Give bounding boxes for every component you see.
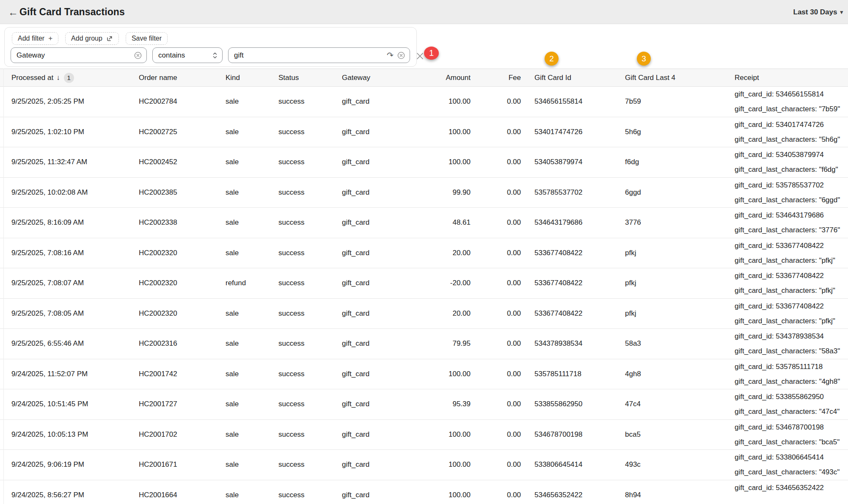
cell-gift-card-id: 534678700198 bbox=[521, 430, 625, 439]
cell-gift-card-id: 535785537702 bbox=[521, 188, 625, 197]
receipt-line-1: gift_card_id: 534656155814 bbox=[735, 87, 848, 102]
cell-status: success bbox=[278, 188, 342, 197]
table-row[interactable]: 9/24/2025, 11:52:07 PM HC2001742 sale su… bbox=[0, 359, 848, 390]
cell-fee: 0.00 bbox=[471, 128, 521, 136]
clear-field-circle-x-icon[interactable] bbox=[134, 48, 142, 63]
cell-fee: 0.00 bbox=[471, 218, 521, 227]
cell-processed-at: 9/24/2025, 10:05:13 PM bbox=[0, 430, 139, 439]
cell-status: success bbox=[278, 339, 342, 348]
table-row[interactable]: 9/25/2025, 6:55:46 AM HC2002316 sale suc… bbox=[0, 329, 848, 359]
table-row[interactable]: 9/25/2025, 7:08:16 AM HC2002320 sale suc… bbox=[0, 238, 848, 269]
cell-order-name: HC2002320 bbox=[139, 249, 226, 257]
cell-amount: 100.00 bbox=[407, 97, 471, 106]
cell-amount: 99.90 bbox=[407, 188, 471, 197]
column-header-gateway[interactable]: Gateway bbox=[342, 74, 407, 82]
cell-status: success bbox=[278, 279, 342, 287]
cell-receipt: gift_card_id: 533806645414 gift_card_las… bbox=[735, 450, 848, 479]
cell-kind: sale bbox=[226, 309, 278, 318]
filter-value-input[interactable] bbox=[229, 48, 410, 63]
cell-receipt: gift_card_id: 534053879974 gift_card_las… bbox=[735, 147, 848, 177]
save-filter-button[interactable]: Save filter bbox=[126, 32, 168, 45]
table-row[interactable]: 9/24/2025, 10:05:13 PM HC2001702 sale su… bbox=[0, 420, 848, 450]
cell-kind: sale bbox=[226, 430, 278, 439]
table-row[interactable]: 9/24/2025, 9:06:19 PM HC2001671 sale suc… bbox=[0, 450, 848, 480]
column-header-status[interactable]: Status bbox=[278, 74, 342, 82]
cell-receipt: gift_card_id: 534017474726 gift_card_las… bbox=[735, 117, 848, 147]
save-filter-label: Save filter bbox=[132, 35, 162, 42]
column-header-processed-at[interactable]: Processed at ↓ 1 bbox=[0, 73, 139, 83]
cell-kind: sale bbox=[226, 400, 278, 408]
cell-gift-card-id: 534378938534 bbox=[521, 339, 625, 348]
add-group-button[interactable]: Add group bbox=[65, 32, 119, 45]
close-x-icon bbox=[416, 52, 424, 61]
cell-gateway: gift_card bbox=[342, 158, 407, 166]
cell-gift-card-id: 533677408422 bbox=[521, 279, 625, 287]
cell-status: success bbox=[278, 430, 342, 439]
receipt-line-2: gift_card_last_characters: "pfkj" bbox=[735, 283, 848, 298]
cell-receipt: gift_card_id: 534378938534 gift_card_las… bbox=[735, 329, 848, 358]
cell-fee: 0.00 bbox=[471, 339, 521, 348]
cell-gift-card-last4: 58a3 bbox=[625, 339, 735, 348]
cell-gift-card-last4: pfkj bbox=[625, 279, 735, 287]
sort-descending-icon: ↓ bbox=[56, 74, 60, 82]
table-row[interactable]: 9/25/2025, 2:05:25 PM HC2002784 sale suc… bbox=[0, 87, 848, 117]
column-header-receipt[interactable]: Receipt bbox=[735, 74, 848, 82]
filter-field-input[interactable] bbox=[11, 48, 146, 63]
cell-fee: 0.00 bbox=[471, 309, 521, 318]
cell-status: success bbox=[278, 97, 342, 106]
cell-order-name: HC2002338 bbox=[139, 218, 226, 227]
column-header-gift-card-id[interactable]: Gift Card Id bbox=[521, 74, 625, 82]
column-header-gift-card-last4[interactable]: Gift Card Last 4 bbox=[625, 74, 735, 82]
redo-arrow-icon[interactable]: ↷ bbox=[387, 48, 394, 63]
cell-gift-card-id: 534643179686 bbox=[521, 218, 625, 227]
table-row[interactable]: 9/25/2025, 1:02:10 PM HC2002725 sale suc… bbox=[0, 117, 848, 148]
cell-amount: 100.00 bbox=[407, 491, 471, 499]
page-title: Gift Card Transactions bbox=[19, 0, 125, 24]
filter-panel: Add filter + Add group Save filter co bbox=[4, 27, 417, 67]
table-row[interactable]: 9/24/2025, 10:51:45 PM HC2001727 sale su… bbox=[0, 389, 848, 420]
cell-gateway: gift_card bbox=[342, 460, 407, 469]
column-header-kind[interactable]: Kind bbox=[226, 74, 278, 82]
receipt-line-1: gift_card_id: 533677408422 bbox=[735, 299, 848, 314]
table-row[interactable]: 9/25/2025, 7:08:05 AM HC2002320 sale suc… bbox=[0, 299, 848, 329]
cell-processed-at: 9/25/2025, 6:55:46 AM bbox=[0, 339, 139, 348]
cell-fee: 0.00 bbox=[471, 249, 521, 257]
column-header-amount[interactable]: Amount bbox=[407, 74, 471, 82]
cell-gift-card-id: 534656352422 bbox=[521, 491, 625, 499]
cell-gateway: gift_card bbox=[342, 279, 407, 287]
table-row[interactable]: 9/25/2025, 10:02:08 AM HC2002385 sale su… bbox=[0, 178, 848, 208]
cell-processed-at: 9/25/2025, 7:08:07 AM bbox=[0, 279, 139, 287]
receipt-line-1: gift_card_id: 535785537702 bbox=[735, 178, 848, 193]
column-header-fee[interactable]: Fee bbox=[471, 74, 521, 82]
column-header-order-name[interactable]: Order name bbox=[139, 74, 226, 82]
back-arrow-icon: ← bbox=[8, 6, 18, 18]
cell-receipt: gift_card_id: 533677408422 gift_card_las… bbox=[735, 238, 848, 268]
cell-processed-at: 9/24/2025, 8:56:27 PM bbox=[0, 491, 139, 499]
cell-receipt: gift_card_id: 534643179686 gift_card_las… bbox=[735, 208, 848, 237]
table-row[interactable]: 9/25/2025, 8:16:09 AM HC2002338 sale suc… bbox=[0, 208, 848, 238]
clear-value-circle-x-icon[interactable] bbox=[397, 48, 405, 63]
table-row[interactable]: 9/25/2025, 7:08:07 AM HC2002320 refund s… bbox=[0, 268, 848, 299]
remove-filter-button[interactable] bbox=[414, 50, 425, 61]
cell-amount: 100.00 bbox=[407, 370, 471, 378]
table-row[interactable]: 9/24/2025, 8:56:27 PM HC2001664 sale suc… bbox=[0, 480, 848, 504]
cell-amount: -20.00 bbox=[407, 279, 471, 287]
filter-operator-select[interactable]: contains bbox=[152, 47, 223, 63]
cell-gift-card-id: 533855862950 bbox=[521, 400, 625, 408]
cell-gift-card-id: 533677408422 bbox=[521, 249, 625, 257]
table-row[interactable]: 9/25/2025, 11:32:47 AM HC2002452 sale su… bbox=[0, 147, 848, 178]
date-range-selector[interactable]: Last 30 Days ▾ bbox=[793, 0, 843, 24]
filter-condition-row: contains ↷ bbox=[11, 47, 410, 63]
receipt-line-2 bbox=[735, 495, 848, 504]
receipt-line-1: gift_card_id: 534378938534 bbox=[735, 329, 848, 344]
cell-gift-card-id: 534017474726 bbox=[521, 128, 625, 136]
receipt-line-2: gift_card_last_characters: "493c" bbox=[735, 465, 848, 479]
cell-fee: 0.00 bbox=[471, 97, 521, 106]
cell-gift-card-id: 533806645414 bbox=[521, 460, 625, 469]
cell-gift-card-last4: pfkj bbox=[625, 249, 735, 257]
add-filter-label: Add filter bbox=[18, 35, 44, 42]
cell-fee: 0.00 bbox=[471, 188, 521, 197]
add-filter-button[interactable]: Add filter + bbox=[12, 32, 58, 45]
back-button[interactable]: ← bbox=[6, 0, 20, 24]
cell-kind: sale bbox=[226, 339, 278, 348]
